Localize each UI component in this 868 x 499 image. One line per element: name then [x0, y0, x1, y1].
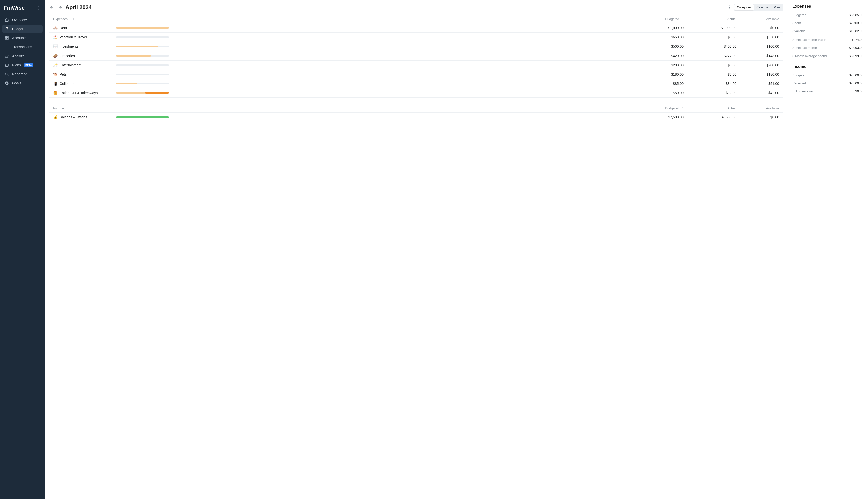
row-available-value: $143.00	[736, 54, 779, 58]
col-actual-label: Actual	[694, 17, 736, 21]
nav-overview[interactable]: Overview	[2, 15, 43, 24]
svg-point-19	[7, 83, 7, 83]
tab-categories[interactable]: Categories	[734, 4, 754, 10]
svg-point-2	[39, 9, 39, 10]
summary-label: Available	[792, 29, 806, 33]
svg-point-24	[729, 9, 730, 9]
budget-row[interactable]: 🥔 Groceries $420.00 $277.00 $143.00	[49, 51, 783, 61]
col-available-label: Available	[736, 106, 779, 110]
summary-label: Spent last month	[792, 46, 817, 50]
add-expense-button[interactable]	[71, 16, 76, 21]
budget-row[interactable]: 💰 Salaries & Wages $7,500.00 $7,500.00 $…	[49, 112, 783, 122]
grid-icon	[4, 36, 9, 40]
row-budgeted-value: $1,900.00	[174, 26, 684, 30]
budget-row[interactable]: 🏘️ Rent $1,900.00 $1,900.00 $0.00	[49, 23, 783, 33]
add-income-button[interactable]	[67, 106, 72, 110]
row-actual-value: $7,500.00	[694, 115, 736, 119]
budget-row[interactable]: 🐕 Pets $180.00 $0.00 $180.00	[49, 70, 783, 79]
chevron-down-icon	[680, 17, 684, 21]
progress-bar	[116, 46, 169, 47]
summary-value: $2,703.00	[849, 21, 864, 25]
category-emoji: 🐕	[53, 72, 58, 76]
row-available-value: $180.00	[736, 72, 779, 76]
nav-plans[interactable]: Plans BETA	[2, 61, 43, 69]
summary-value: $7,500.00	[849, 73, 864, 77]
row-available-value: $0.00	[736, 115, 779, 119]
nav-label: Overview	[12, 18, 27, 22]
progress-bar	[116, 36, 169, 38]
nav-budget[interactable]: Budget	[2, 25, 43, 33]
nav-label: Accounts	[12, 36, 27, 40]
budget-row[interactable]: 📱 Cellphone $85.00 $34.00 $51.00	[49, 79, 783, 88]
row-available-value: -$42.00	[736, 91, 779, 95]
row-budgeted-value: $7,500.00	[174, 115, 684, 119]
category-emoji: 🍔	[53, 91, 58, 95]
category-emoji: 🏘️	[53, 26, 58, 30]
category-name: Entertainment	[60, 63, 82, 67]
row-available-value: $0.00	[736, 26, 779, 30]
content-more-icon[interactable]	[727, 4, 732, 10]
budget-row[interactable]: 🍔 Eating Out & Takeaways $50.00 $92.00 -…	[49, 88, 783, 98]
row-actual-value: $0.00	[694, 72, 736, 76]
chart-icon	[4, 54, 9, 58]
row-budgeted-value: $200.00	[174, 63, 684, 67]
budget-row[interactable]: 🏖️ Vacation & Travel $650.00 $0.00 $650.…	[49, 33, 783, 42]
next-month-button[interactable]	[57, 4, 63, 10]
budget-row[interactable]: 🥂 Entertainment $200.00 $0.00 $200.00	[49, 61, 783, 70]
nav-accounts[interactable]: Accounts	[2, 34, 43, 42]
svg-point-22	[729, 5, 730, 6]
budget-row[interactable]: 📈 Investments $500.00 $400.00 $100.00	[49, 42, 783, 51]
image-icon	[4, 63, 9, 67]
row-budgeted-value: $420.00	[174, 54, 684, 58]
prev-month-button[interactable]	[49, 4, 55, 10]
summary-row: Spent last month$3,093.00	[792, 44, 864, 52]
wallet-icon	[4, 27, 9, 31]
progress-bar	[116, 116, 169, 118]
summary-panel: Expenses Budgeted$3,985.00Spent$2,703.00…	[788, 0, 868, 499]
summary-label: Received	[792, 82, 806, 85]
col-budgeted-label[interactable]: Budgeted	[665, 17, 679, 21]
summary-value: $0.00	[855, 89, 864, 93]
expenses-section-header: Expenses Budgeted Actual Available	[49, 14, 783, 23]
summary-row: Budgeted$3,985.00	[792, 11, 864, 19]
row-actual-value: $92.00	[694, 91, 736, 95]
svg-rect-5	[7, 36, 8, 38]
row-budgeted-value: $85.00	[174, 82, 684, 86]
summary-label: Spent	[792, 21, 801, 25]
col-actual-label: Actual	[694, 106, 736, 110]
panel-income-title: Income	[792, 64, 864, 69]
row-actual-value: $0.00	[694, 35, 736, 39]
summary-label: Budgeted	[792, 13, 806, 17]
nav-goals[interactable]: Goals	[2, 79, 43, 87]
nav-label: Analyze	[12, 54, 25, 58]
target-icon	[4, 81, 9, 85]
category-name: Groceries	[60, 54, 75, 58]
nav-transactions[interactable]: Transactions	[2, 43, 43, 51]
category-name: Cellphone	[60, 82, 75, 86]
nav-label: Budget	[12, 27, 23, 31]
panel-expenses-title: Expenses	[792, 4, 864, 9]
nav-analyze[interactable]: Analyze	[2, 52, 43, 60]
sidebar-more-icon[interactable]	[37, 5, 41, 11]
nav-label: Plans	[12, 63, 21, 67]
col-available-label: Available	[736, 17, 779, 21]
summary-label: 6 Month average spend	[792, 54, 827, 58]
svg-rect-7	[7, 38, 8, 39]
category-emoji: 🏖️	[53, 35, 58, 39]
summary-label: Still to receive	[792, 89, 813, 93]
chevron-down-icon	[680, 106, 684, 110]
nav-reporting[interactable]: Reporting	[2, 70, 43, 78]
tab-calendar[interactable]: Calendar	[754, 4, 771, 10]
col-budgeted-label[interactable]: Budgeted	[665, 106, 679, 110]
category-emoji: 🥔	[53, 54, 58, 58]
category-emoji: 📈	[53, 45, 58, 48]
row-available-value: $650.00	[736, 35, 779, 39]
row-budgeted-value: $180.00	[174, 72, 684, 76]
row-actual-value: $277.00	[694, 54, 736, 58]
search-icon	[4, 72, 9, 76]
tab-plan[interactable]: Plan	[771, 4, 782, 10]
svg-point-15	[5, 73, 8, 75]
month-title: April 2024	[65, 4, 92, 11]
row-budgeted-value: $50.00	[174, 91, 684, 95]
summary-row: Spent$2,703.00	[792, 19, 864, 27]
